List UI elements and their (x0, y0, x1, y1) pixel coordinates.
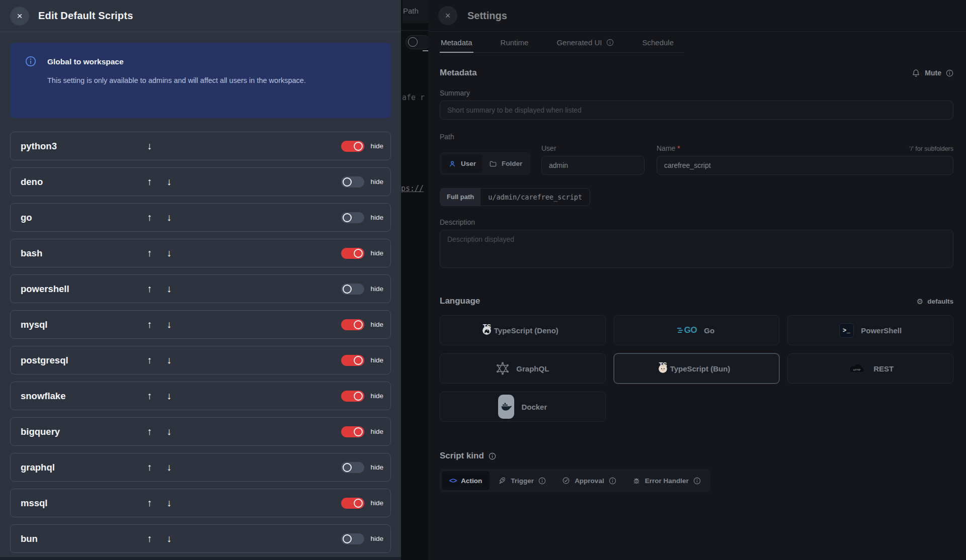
hide-toggle[interactable] (341, 284, 364, 295)
language-option-docker[interactable]: Docker (440, 392, 606, 422)
background-tab-underline (423, 50, 428, 51)
name-input[interactable] (657, 156, 953, 175)
settings-drawer: × Settings MetadataRuntimeGenerated UISc… (428, 0, 966, 560)
move-down-button[interactable]: ↓ (164, 283, 175, 295)
move-down-button[interactable]: ↓ (164, 247, 175, 259)
move-up-button[interactable]: ↑ (144, 461, 155, 473)
arrow-up-icon: ↑ (147, 176, 152, 187)
hide-toggle[interactable] (341, 319, 364, 330)
move-down-button[interactable]: ↓ (144, 140, 155, 152)
move-down-button[interactable]: ↓ (164, 319, 175, 330)
language-option-typescript-deno[interactable]: TSTypeScript (Deno) (440, 315, 606, 345)
arrow-up-icon: ↑ (147, 247, 152, 258)
hide-toggle[interactable] (341, 355, 364, 366)
language-option-graphql[interactable]: GraphQL (440, 353, 606, 384)
move-up-button[interactable]: ↑ (144, 533, 155, 544)
move-down-button[interactable]: ↓ (164, 497, 175, 509)
notice-text: Global to workspace This setting is only… (47, 56, 306, 118)
hide-toggle[interactable] (341, 498, 364, 509)
move-down-button[interactable]: ↓ (164, 354, 175, 366)
mute-button[interactable]: Mute (912, 69, 953, 77)
move-down-button[interactable]: ↓ (164, 390, 175, 402)
hide-toggle[interactable] (341, 212, 364, 223)
language-option-rest[interactable]: HTTPREST (787, 353, 953, 384)
hide-label: hide (370, 392, 383, 400)
hide-toggle[interactable] (341, 533, 364, 544)
language-option-powershell[interactable]: >_PowerShell (787, 315, 953, 345)
hide-toggle[interactable] (341, 391, 364, 402)
language-option-go[interactable]: GOGo (614, 315, 780, 345)
move-down-button[interactable]: ↓ (164, 461, 175, 473)
settings-header: × Settings (428, 0, 966, 32)
background-toggle (406, 35, 431, 49)
arrow-up-icon: ↑ (147, 319, 152, 330)
language-option-label: Docker (521, 403, 547, 411)
arrow-down-icon: ↓ (147, 140, 152, 151)
move-down-button[interactable]: ↓ (164, 533, 175, 544)
summary-input[interactable] (440, 101, 953, 120)
move-up-button[interactable]: ↑ (144, 283, 155, 295)
defaults-button[interactable]: ⚙ defaults (917, 298, 953, 305)
owner-kind-toggle: User Folder (440, 152, 531, 175)
script-row: powershell↑↓hide (10, 274, 391, 303)
owner-user-button[interactable]: User (442, 154, 482, 173)
hide-toggle[interactable] (341, 462, 364, 473)
settings-tabs: MetadataRuntimeGenerated UISchedule (440, 32, 684, 53)
arrow-up-icon: ↑ (147, 426, 152, 437)
summary-label: Summary (440, 89, 953, 97)
hide-toggle[interactable] (341, 176, 364, 188)
move-up-button[interactable]: ↑ (144, 497, 155, 509)
left-drawer-title: Edit Default Scripts (38, 10, 133, 22)
info-icon (538, 477, 546, 485)
hide-toggle[interactable] (341, 248, 364, 259)
arrow-down-icon: ↓ (167, 461, 172, 473)
script-kind-action[interactable]: <>Action (442, 471, 490, 490)
tab-metadata[interactable]: Metadata (440, 32, 473, 53)
powershell-icon: >_ (839, 323, 854, 338)
description-textarea[interactable] (440, 230, 953, 268)
script-name: powershell (21, 284, 144, 295)
move-up-button[interactable]: ↑ (144, 247, 155, 259)
script-kind-label: Error Handler (645, 477, 689, 485)
path-controls: User Folder User Name * '/' for subf (440, 144, 953, 175)
hide-toggle[interactable] (341, 426, 364, 437)
script-row: graphql↑↓hide (10, 453, 391, 482)
language-heading: Language (440, 296, 480, 306)
tab-generated-ui[interactable]: Generated UI (555, 32, 615, 53)
user-input[interactable] (541, 156, 645, 175)
script-kind-approval[interactable]: Approval (554, 471, 624, 490)
move-down-button[interactable]: ↓ (164, 426, 175, 437)
move-up-button[interactable]: ↑ (144, 354, 155, 366)
hide-toggle[interactable] (341, 141, 364, 152)
full-path-chip: Full path u/admin/carefree_script (440, 188, 590, 206)
arrow-down-icon: ↓ (167, 247, 172, 258)
screen: Path afe r ps:// × Edit Default Scripts … (0, 0, 966, 560)
tab-runtime[interactable]: Runtime (500, 32, 530, 53)
script-row: bigquery↑↓hide (10, 417, 391, 446)
tab-schedule[interactable]: Schedule (641, 32, 675, 53)
settings-title: Settings (467, 10, 507, 22)
settings-close-button[interactable]: × (438, 6, 457, 25)
move-up-button[interactable]: ↑ (144, 426, 155, 437)
move-down-button[interactable]: ↓ (164, 176, 175, 188)
script-kind-options: <>ActionTriggerApprovalError Handler (440, 469, 710, 492)
move-up-button[interactable]: ↑ (144, 212, 155, 223)
tab-label: Runtime (501, 38, 529, 47)
script-kind-heading: Script kind (440, 451, 953, 461)
script-kind-error-handler[interactable]: Error Handler (625, 471, 708, 490)
language-option-label: REST (873, 364, 894, 373)
move-up-button[interactable]: ↑ (144, 319, 155, 330)
language-option-label: TypeScript (Deno) (494, 326, 558, 335)
close-icon: × (445, 11, 451, 20)
script-kind-trigger[interactable]: Trigger (491, 471, 553, 490)
script-name: postgresql (21, 355, 144, 366)
move-up-button[interactable]: ↑ (144, 176, 155, 188)
owner-folder-button[interactable]: Folder (482, 154, 529, 173)
move-down-button[interactable]: ↓ (164, 212, 175, 223)
close-button[interactable]: × (10, 7, 29, 26)
language-option-typescript-bun[interactable]: TSTypeScript (Bun) (614, 353, 780, 384)
info-icon (489, 452, 496, 460)
arrow-up-icon: ↑ (147, 283, 152, 294)
move-up-button[interactable]: ↑ (144, 390, 155, 402)
hide-label: hide (370, 356, 383, 364)
